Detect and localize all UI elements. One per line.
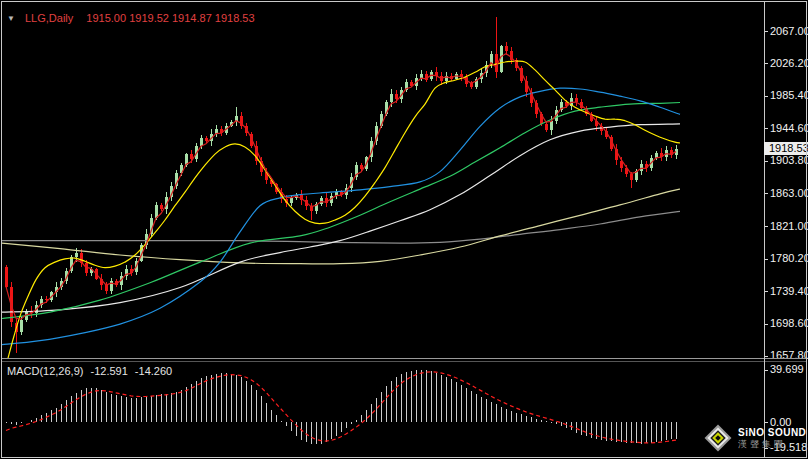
price-tick-label: 1780.20 [770,252,808,264]
price-tick-label: 2067.00 [770,25,808,37]
broker-logo-diamond-icon [704,423,732,453]
macd-tick-label: 39.699 [770,363,804,375]
current-price-tag: 1918.53 [764,142,808,155]
symbol-label: LLG,Daily [25,12,73,24]
panel-separator-shadow [2,361,806,362]
price-tick-label: 1821.00 [770,220,808,232]
price-tick-label: 1698.60 [770,317,808,329]
broker-logo-name: SiNO SOUND [738,428,806,438]
macd-signal-value: -14.260 [135,365,172,377]
price-axis[interactable]: 2067.002026.201985.401944.601903.801863.… [764,0,808,459]
ohlc-values: 1915.00 1919.52 1914.87 1918.53 [86,12,254,24]
symbol-dropdown-icon[interactable]: ▼ [7,14,15,23]
broker-logo: SiNO SOUND 漢聲集團 [704,423,806,453]
macd-name: MACD(12,26,9) [7,365,83,377]
price-tick-label: 1657.80 [770,349,808,361]
macd-indicator-label: MACD(12,26,9) -12.591 -14.260 [7,365,176,377]
price-tick-label: 2026.20 [770,57,808,69]
ma-blue [2,88,680,345]
chart-canvas[interactable] [0,0,808,459]
price-tick-label: 1985.40 [770,89,808,101]
price-tick-label: 1739.40 [770,285,808,297]
broker-logo-chinese: 漢聲集團 [738,440,806,449]
panel-separator[interactable] [2,358,806,359]
price-tick-label: 1903.80 [770,154,808,166]
ma-red-fast [6,54,676,320]
price-axis-border [764,2,765,457]
macd-main-value: -12.591 [90,365,127,377]
ma-yellow [8,61,680,358]
ma-khaki [2,189,680,264]
symbol-info: ▼ LLG,Daily 1915.00 1919.52 1914.87 1918… [7,12,255,24]
price-tick-label: 1863.00 [770,187,808,199]
ma-green [2,103,680,319]
chart-window: ▼ LLG,Daily 1915.00 1919.52 1914.87 1918… [0,0,808,459]
price-tick-label: 1944.60 [770,122,808,134]
